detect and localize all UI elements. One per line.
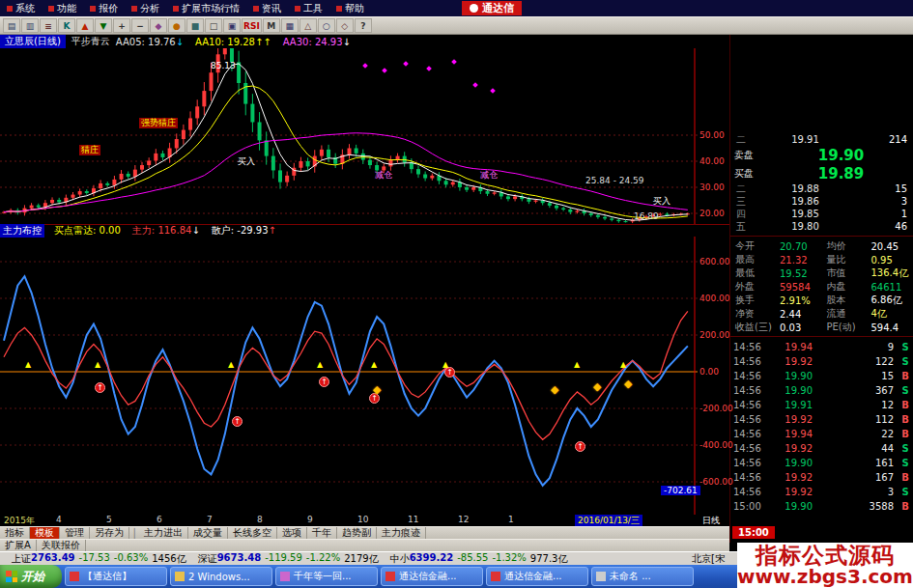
tab-row2-0[interactable]: 扩展A (0, 540, 37, 551)
tick-side: S (898, 458, 913, 468)
stat-label: 最高 (730, 253, 780, 266)
stat-value: 19.52 (780, 268, 808, 279)
buy1-row[interactable]: 买盘 19.89 (730, 164, 913, 182)
task-button-0[interactable]: 【通达信】 (65, 567, 167, 586)
tab-group2-3[interactable]: 选项 (277, 527, 307, 539)
index-quote-0[interactable]: 上证2763.49-17.53-0.63%1456亿 (12, 552, 186, 566)
indicator-y-axis-label: -400.00 (699, 440, 733, 450)
menu-item-7[interactable]: 帮助 (329, 2, 371, 15)
stock-stats: 今开20.70均价20.45最高21.32量比0.95最低19.52市值136.… (730, 239, 913, 334)
toolbar-icon-1[interactable]: ▥ (21, 18, 39, 33)
watermark: 指标公式源码 www.zbgs3.com (737, 543, 913, 588)
start-button[interactable]: 开始 (0, 565, 62, 588)
tab-group1-2[interactable]: 管理 (60, 527, 90, 539)
toolbar-icon-19[interactable]: ? (355, 18, 372, 33)
order-book-row-buy[interactable]: 四19.851 (730, 208, 913, 220)
toolbar-icon-12[interactable]: ▣ (223, 18, 241, 33)
toolbar-icon-10[interactable]: ■ (186, 18, 204, 33)
tab-group2-1[interactable]: 成交量 (188, 527, 228, 539)
task-button-3[interactable]: 通达信金融... (381, 567, 483, 586)
tick-time: 14:56 (730, 487, 770, 497)
menu-item-5[interactable]: 资讯 (246, 2, 288, 15)
toolbar-icon-3[interactable]: K (58, 18, 75, 33)
toolbar-icon-4[interactable]: ▲ (76, 18, 94, 33)
task-button-2[interactable]: 千年等一回... (275, 567, 378, 586)
tick-side: B (898, 472, 913, 483)
toolbar-icon-16[interactable]: △ (300, 18, 317, 33)
order-book-row-buy[interactable]: 二19.8815 (730, 182, 913, 195)
menu-item-6[interactable]: 工具 (288, 2, 329, 15)
brand-logo: 通达信 (462, 1, 522, 15)
time-and-sales[interactable]: 14:5619.949S14:5619.92122S14:5619.9015B1… (730, 340, 913, 514)
order-book-row-buy[interactable]: 三19.863 (730, 195, 913, 208)
order-book-row-sell[interactable]: 二19.91214 (730, 133, 913, 146)
toolbar-icon-7[interactable]: − (131, 18, 149, 33)
menu-item-4[interactable]: 扩展市场行情 (166, 2, 246, 15)
menu-item-icon (7, 6, 13, 12)
tab-group2-0[interactable]: 主力进出 (139, 527, 188, 539)
indicator-title[interactable]: 主力布控 (0, 224, 44, 238)
tab-group1-1[interactable]: 模板 (30, 527, 60, 539)
task-icon (280, 572, 290, 581)
main-candlestick-chart[interactable] (0, 48, 698, 224)
index-quote-1[interactable]: 深证9673.48-119.59-1.22%2179亿 (198, 552, 379, 566)
toolbar-icon-0[interactable]: ▤ (3, 18, 20, 33)
menu-item-1[interactable]: 功能 (42, 2, 83, 15)
tab-row2-1[interactable]: 关联报价 (37, 540, 86, 551)
tab-group2-5[interactable]: 趋势副 (337, 527, 377, 539)
indicator-chart[interactable] (0, 237, 698, 515)
toolbar-icon-8[interactable]: ◆ (150, 18, 167, 33)
task-button-1[interactable]: 2 Windows... (170, 567, 272, 586)
toolbar-icon-17[interactable]: ○ (318, 18, 335, 33)
order-book-row-buy[interactable]: 五19.8046 (730, 220, 913, 233)
menu-item-label: 报价 (99, 2, 118, 15)
price-level: 三 (730, 195, 752, 209)
task-button-5[interactable]: 未命名 ... (591, 567, 694, 586)
tab-group1-3[interactable]: 另存为 (90, 527, 129, 539)
indicator-y-axis-label: -600.00 (699, 477, 733, 487)
tab-group1-0[interactable]: 指标 (0, 527, 30, 539)
index-amount: 1456亿 (152, 552, 185, 566)
tick-time: 14:56 (730, 429, 770, 439)
stat-value: 4亿 (871, 307, 887, 321)
tick-side: B (898, 371, 913, 381)
toolbar-icon-2[interactable]: ≡ (40, 18, 57, 33)
chart-title[interactable]: 立思辰(日线) (0, 35, 66, 48)
x-axis-month-1: 5 (106, 515, 112, 524)
indicator-y-axis-label: -200.00 (699, 404, 733, 413)
stat-label: 流通 (822, 307, 871, 321)
book-volume: 3 (859, 196, 913, 207)
stat-label: 股本 (822, 294, 871, 307)
toolbar-icon-5[interactable]: ▼ (95, 18, 112, 33)
menu-item-3[interactable]: 分析 (125, 2, 166, 15)
toolbar-icon-18[interactable]: ◇ (336, 18, 354, 33)
tick-side: S (898, 342, 913, 352)
toolbar-icon-6[interactable]: + (113, 18, 130, 33)
tab-group2-4[interactable]: 千年 (307, 527, 337, 539)
stat-label: 换手 (730, 294, 780, 307)
book-volume: 214 (859, 134, 913, 145)
toolbar-icon-11[interactable]: □ (205, 18, 222, 33)
indicator-params: 买点雷达: 0.00主力: 116.84↓散户: -29.93↑ (54, 224, 288, 238)
index-quote-2[interactable]: 中小6399.22-85.55-1.32%977.3亿 (390, 552, 568, 566)
tick-volume: 15 (813, 371, 898, 381)
index-amount: 977.3亿 (530, 552, 568, 566)
task-button-4[interactable]: 通达信金融... (486, 567, 588, 586)
toolbar-icon-15[interactable]: ▦ (281, 18, 299, 33)
menu-item-2[interactable]: 报价 (83, 2, 125, 15)
sell1-row[interactable]: 卖盘 19.90 (730, 146, 913, 164)
stat-value: 0.95 (871, 255, 893, 266)
index-change-pct: -0.63% (114, 552, 148, 566)
menu-item-0[interactable]: 系统 (0, 2, 42, 15)
tab-group2-6[interactable]: 主力痕迹 (377, 527, 426, 539)
close-time-badge: 15:00 (732, 526, 775, 539)
stat-value: 594.4 (871, 322, 899, 333)
toolbar-icon-14[interactable]: M (263, 18, 280, 33)
indicator-header: 主力布控 买点雷达: 0.00主力: 116.84↓散户: -29.93↑ (0, 224, 729, 237)
stat-cell: 量比0.95 (822, 253, 913, 266)
toolbar-icon-9[interactable]: ● (168, 18, 185, 33)
tab-group2-2[interactable]: 长线多空 (228, 527, 277, 539)
toolbar-icon-13[interactable]: RSI (242, 18, 262, 33)
stat-row: 净资2.44流通4亿 (730, 307, 913, 321)
stat-label: 均价 (822, 239, 871, 253)
